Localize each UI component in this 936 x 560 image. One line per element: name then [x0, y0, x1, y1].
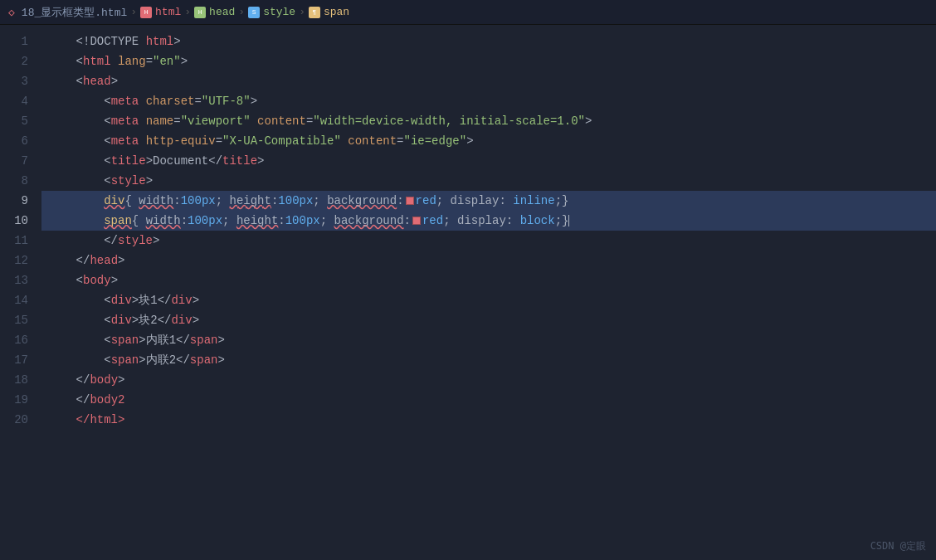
line-num: 10 — [0, 211, 28, 231]
editor: 1 2 3 4 5 6 7 8 9 10 11 12 13 14 15 16 1… — [0, 25, 936, 560]
code-line-15: <div>块2</div> — [41, 310, 936, 330]
code-line-18: </body> — [41, 370, 936, 390]
line-num: 13 — [0, 270, 28, 290]
line-num: 11 — [0, 231, 28, 251]
code-line-17: <span>内联2</span> — [41, 350, 936, 370]
watermark: CSDN @定眼 — [870, 539, 926, 553]
line-num: 5 — [0, 111, 28, 131]
title-bar: ◇ 18_显示框类型.html › H html › H head › S st… — [0, 0, 936, 25]
line-num: 4 — [0, 91, 28, 111]
bc-style: style — [263, 6, 295, 18]
code-line-14: <div>块1</div> — [41, 290, 936, 310]
code-line-10: span{ width:100px; height:100px; backgro… — [41, 211, 936, 231]
line-num: 19 — [0, 390, 28, 410]
line-num: 7 — [0, 151, 28, 171]
breadcrumb: ◇ 18_显示框类型.html › H html › H head › S st… — [8, 5, 349, 20]
line-num: 3 — [0, 71, 28, 91]
line-num: 17 — [0, 350, 28, 370]
code-line-6: <meta http-equiv="X-UA-Compatible" conte… — [41, 131, 936, 151]
code-line-19: </body2 — [41, 390, 936, 410]
code-line-8: <style> — [41, 171, 936, 191]
code-line-11: </style> — [41, 231, 936, 251]
line-numbers: 1 2 3 4 5 6 7 8 9 10 11 12 13 14 15 16 1… — [0, 25, 41, 560]
line-num: 16 — [0, 330, 28, 350]
line-num: 18 — [0, 370, 28, 390]
bc-html-icon: H — [140, 7, 152, 18]
line-num: 2 — [0, 51, 28, 71]
code-line-4: <meta charset="UTF-8"> — [41, 91, 936, 111]
line-num: 20 — [0, 410, 28, 430]
code-line-9: div{ width:100px; height:100px; backgrou… — [41, 191, 936, 211]
line-num: 12 — [0, 251, 28, 270]
bc-close-icon: ◇ — [8, 6, 15, 19]
line-num: 9 — [0, 191, 28, 211]
bc-html: html — [155, 6, 181, 18]
code-line-13: <body> — [41, 270, 936, 290]
line-num: 15 — [0, 310, 28, 330]
bc-span: span — [324, 6, 349, 18]
code-line-12: </head> — [41, 251, 936, 270]
red-square-1 — [406, 197, 414, 205]
code-line-3: <head> — [41, 71, 936, 91]
bc-filename: 18_显示框类型.html — [22, 5, 127, 20]
bc-span-icon: ¶ — [309, 7, 320, 18]
line-num: 6 — [0, 131, 28, 151]
line-num: 14 — [0, 290, 28, 310]
bc-head-icon: H — [194, 7, 206, 18]
code-line-2: <html lang="en"> — [41, 51, 936, 71]
code-line-1: <!DOCTYPE html> — [41, 32, 936, 51]
bc-head: head — [209, 6, 235, 18]
line-num: 1 — [0, 32, 28, 51]
line-num: 8 — [0, 171, 28, 191]
code-line-20: </html> — [41, 410, 936, 430]
red-square-2 — [412, 217, 421, 225]
code-line-5: <meta name="viewport" content="width=dev… — [41, 111, 936, 131]
bc-style-icon: S — [248, 7, 260, 18]
code-line-16: <span>内联1</span> — [41, 330, 936, 350]
code-area[interactable]: <!DOCTYPE html> <html lang="en"> <head> … — [41, 25, 936, 560]
code-line-7: <title>Document</title> — [41, 151, 936, 171]
cursor — [568, 215, 569, 226]
